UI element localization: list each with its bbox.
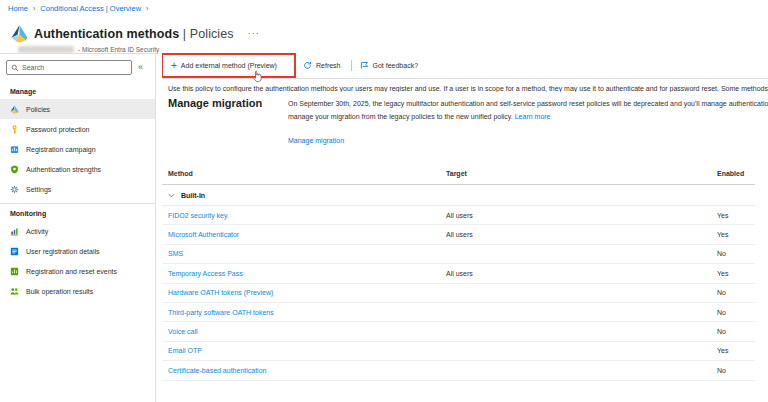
manage-migration-link[interactable]: Manage migration (288, 137, 344, 144)
shield-icon (10, 165, 19, 174)
hand-cursor-icon (252, 70, 263, 83)
sidebar-item-bulk-operation-results[interactable]: Bulk operation results (0, 281, 155, 301)
target-cell: All users (446, 231, 717, 238)
sidebar-search (6, 60, 132, 75)
method-link[interactable]: Microsoft Authenticator (168, 231, 239, 238)
target-cell: All users (446, 212, 717, 219)
methods-table: Method Target Enabled Built-In FIDO2 sec… (162, 163, 755, 381)
breadcrumb: Home › Conditional Access | Overview › (8, 4, 148, 13)
sidebar-nav: Manage PoliciesPassword protectionRegist… (0, 82, 155, 301)
sidebar-item-label: Registration and reset events (26, 268, 117, 275)
page-title: Authentication methods | Policies (34, 27, 234, 41)
got-feedback-button[interactable]: Got feedback? (360, 61, 419, 70)
table-body: FIDO2 security key All users Yes Microso… (162, 206, 755, 381)
sidebar-item-registration-and-reset-events[interactable]: Registration and reset events (0, 261, 155, 281)
refresh-button[interactable]: Refresh (303, 61, 341, 70)
refresh-icon (303, 61, 312, 70)
migration-paragraph: On September 30th, 2025, the legacy mult… (288, 98, 768, 123)
enabled-cell: No (717, 289, 755, 296)
authentication-methods-page: Home › Conditional Access | Overview › A… (0, 0, 768, 402)
sidebar-item-authentication-strengths[interactable]: Authentication strengths (0, 159, 155, 179)
enabled-cell: No (717, 328, 755, 335)
built-in-group-label: Built-In (181, 192, 205, 199)
subtitle-text: - Microsoft Entra ID Security (78, 46, 159, 53)
key-icon (10, 125, 19, 134)
search-input[interactable] (22, 64, 127, 71)
table-row: Email OTP Yes (162, 342, 755, 361)
table-row: Hardware OATH tokens (Preview) No (162, 284, 755, 303)
manage-migration-link-row: Manage migration (288, 137, 344, 144)
sidebar-item-label: User registration details (26, 248, 100, 255)
entra-security-icon (10, 24, 29, 43)
page-subtitle: - Microsoft Entra ID Security (18, 46, 159, 53)
enabled-cell: No (717, 250, 755, 257)
toolbar-divider (351, 60, 352, 71)
table-row: Temporary Access Pass All users Yes (162, 264, 755, 283)
add-icon: + (171, 61, 177, 71)
chart-icon (10, 227, 19, 236)
built-in-group-row: Built-In (162, 185, 755, 206)
table-row: Voice call No (162, 322, 755, 341)
table-header-row: Method Target Enabled (162, 163, 755, 185)
manage-migration-heading: Manage migration (168, 97, 262, 109)
collapse-sidebar-icon[interactable]: « (138, 63, 143, 72)
gear-icon (10, 185, 19, 194)
method-link[interactable]: FIDO2 security key (168, 212, 228, 219)
table-row: Certificate-based authentication No (162, 361, 755, 380)
method-link[interactable]: Third-party software OATH tokens (168, 309, 274, 316)
sidebar-item-password-protection[interactable]: Password protection (0, 119, 155, 139)
enabled-cell: No (717, 367, 755, 374)
sidebar-item-user-registration-details[interactable]: User registration details (0, 241, 155, 261)
enabled-cell: Yes (717, 270, 755, 277)
sidebar-item-label: Policies (26, 106, 50, 113)
method-link[interactable]: Hardware OATH tokens (Preview) (168, 289, 273, 296)
method-link[interactable]: Voice call (168, 328, 198, 335)
method-link[interactable]: Temporary Access Pass (168, 270, 243, 277)
form-icon (10, 145, 19, 154)
sidebar-item-label: Settings (26, 186, 51, 193)
ellipsis-more-button[interactable]: ··· (246, 27, 262, 40)
sidebar-item-registration-campaign[interactable]: Registration campaign (0, 139, 155, 159)
sidebar-section-header: Monitoring (0, 204, 155, 221)
method-link[interactable]: SMS (168, 250, 183, 257)
events-icon (10, 267, 19, 276)
sidebar-item-settings[interactable]: Settings (0, 179, 155, 199)
breadcrumb-home-link[interactable]: Home (8, 4, 28, 13)
method-link[interactable]: Certificate-based authentication (168, 367, 266, 374)
sidebar-item-policies[interactable]: Policies (0, 99, 155, 119)
breadcrumb-conditional-access-link[interactable]: Conditional Access | Overview (40, 4, 141, 13)
entra-icon (10, 105, 19, 114)
list-icon (10, 247, 19, 256)
enabled-cell: Yes (717, 231, 755, 238)
command-bar: + Add external method (Preview) Refresh … (162, 53, 768, 79)
table-row: SMS No (162, 245, 755, 264)
enabled-cell: No (717, 309, 755, 316)
title-bar: Authentication methods | Policies ··· (10, 24, 262, 43)
table-row: Microsoft Authenticator All users Yes (162, 225, 755, 244)
learn-more-link[interactable]: Learn more (515, 113, 551, 120)
add-external-method-button[interactable]: + Add external method (Preview) (162, 61, 295, 71)
policy-description: Use this policy to configure the authent… (168, 85, 768, 92)
redacted-tenant-name (18, 46, 74, 53)
chevron-down-icon (168, 192, 175, 199)
column-header-method: Method (168, 170, 446, 177)
migration-line2: manage your migration from the legacy po… (288, 111, 768, 124)
sidebar-item-label: Authentication strengths (26, 166, 101, 173)
sidebar-item-label: Bulk operation results (26, 288, 93, 295)
sidebar-item-activity[interactable]: Activity (0, 221, 155, 241)
method-link[interactable]: Email OTP (168, 347, 202, 354)
sidebar-sections: Manage PoliciesPassword protectionRegist… (0, 82, 155, 301)
built-in-group-toggle[interactable]: Built-In (168, 192, 446, 199)
main-content: + Add external method (Preview) Refresh … (162, 53, 768, 402)
column-header-target: Target (446, 170, 717, 177)
add-external-method-label: Add external method (Preview) (181, 62, 277, 69)
feedback-label: Got feedback? (373, 62, 419, 69)
table-row: FIDO2 security key All users Yes (162, 206, 755, 225)
migration-line1: On September 30th, 2025, the legacy mult… (288, 98, 768, 111)
column-header-enabled: Enabled (717, 170, 755, 177)
refresh-label: Refresh (316, 62, 341, 69)
search-icon (11, 64, 19, 72)
enabled-cell: Yes (717, 347, 755, 354)
target-cell: All users (446, 270, 717, 277)
sidebar-item-label: Password protection (26, 126, 89, 133)
